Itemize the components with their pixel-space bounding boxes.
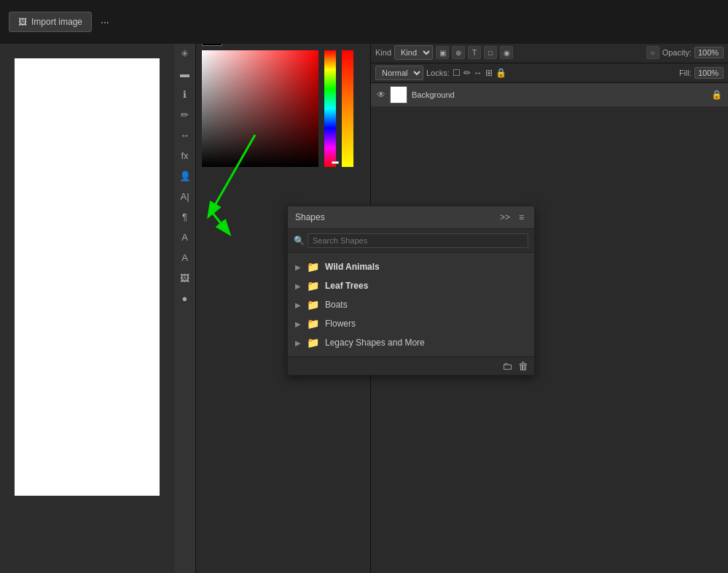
kind-select[interactable]: Kind bbox=[394, 45, 433, 60]
filter-smart-icon[interactable]: ◉ bbox=[500, 46, 513, 59]
folder-icon: 📁 bbox=[307, 318, 319, 330]
shape-group-leaf-trees[interactable]: ▶ 📁 Leaf Trees bbox=[288, 276, 534, 295]
color-gradient[interactable] bbox=[202, 50, 318, 167]
shapes-panel: Shapes >> ≡ 🔍 ▶ 📁 Wild Animals ▶ 📁 Leaf … bbox=[287, 206, 535, 375]
tool-user[interactable]: 👤 bbox=[177, 168, 193, 184]
shape-group-legacy[interactable]: ▶ 📁 Legacy Shapes and More bbox=[288, 333, 534, 352]
tool-info[interactable]: ℹ bbox=[177, 86, 193, 102]
folder-icon: 📁 bbox=[307, 299, 319, 311]
shape-group-name: Leaf Trees bbox=[325, 281, 368, 291]
shapes-search: 🔍 bbox=[288, 229, 534, 253]
shape-group-name: Wild Animals bbox=[325, 262, 380, 272]
tool-histogram[interactable]: ▬ bbox=[177, 66, 193, 82]
tool-text-a[interactable]: A| bbox=[177, 188, 193, 204]
import-button[interactable]: 🖼 Import image bbox=[9, 12, 92, 32]
layer-name: Background bbox=[412, 90, 707, 99]
tool-fx[interactable]: fx bbox=[177, 147, 193, 163]
lock-brush-icon[interactable]: ✏ bbox=[463, 68, 471, 78]
shapes-header-buttons: >> ≡ bbox=[497, 211, 527, 224]
folder-icon: 📁 bbox=[307, 261, 319, 273]
chevron-icon: ▶ bbox=[295, 282, 301, 290]
shapes-header: Shapes >> ≡ bbox=[288, 206, 534, 229]
layers-filter: Kind Kind ▣ ⊕ T □ ◉ ○ Opacity: 100% bbox=[371, 42, 728, 63]
tool-star[interactable]: ✳ bbox=[177, 45, 193, 61]
tool-text-a3[interactable]: A bbox=[177, 249, 193, 265]
canvas-area bbox=[0, 44, 174, 573]
tool-text-a2[interactable]: A bbox=[177, 229, 193, 245]
chevron-icon: ▶ bbox=[295, 339, 301, 347]
more-button[interactable]: ··· bbox=[95, 13, 115, 31]
lock-all-icon[interactable]: 🔒 bbox=[496, 68, 506, 78]
lock-check-icon[interactable]: ☐ bbox=[453, 68, 461, 78]
filter-adjust-icon[interactable]: ⊕ bbox=[452, 46, 465, 59]
shapes-forward-button[interactable]: >> bbox=[497, 211, 513, 224]
filter-pixel-icon[interactable]: ▣ bbox=[436, 46, 449, 59]
shape-group-wild-animals[interactable]: ▶ 📁 Wild Animals bbox=[288, 257, 534, 276]
layer-visibility-icon[interactable]: 👁 bbox=[377, 90, 385, 100]
tool-paragraph[interactable]: ¶ bbox=[177, 208, 193, 225]
blend-mode-select[interactable]: Normal bbox=[375, 66, 423, 80]
shape-group-flowers[interactable]: ▶ 📁 Flowers bbox=[288, 314, 534, 333]
shapes-title: Shapes bbox=[295, 212, 497, 222]
opacity-label: Opacity: bbox=[662, 48, 692, 57]
tool-brush[interactable]: ✏ bbox=[177, 106, 193, 122]
chevron-icon: ▶ bbox=[295, 301, 301, 309]
tool-circle[interactable]: ● bbox=[177, 290, 193, 306]
tool-arrow[interactable]: ↔ bbox=[177, 127, 193, 143]
lock-label: Locks: bbox=[426, 69, 450, 77]
alpha-slider[interactable] bbox=[342, 50, 353, 167]
layer-lock-icon: 🔒 bbox=[711, 90, 722, 100]
filter-type-icon[interactable]: T bbox=[468, 46, 481, 59]
shapes-add-folder-button[interactable]: 🗀 bbox=[502, 360, 512, 372]
tool-strip: ▨ ▦ ✳ ▬ ℹ ✏ ↔ fx 👤 A| ¶ A A 🖼 ● bbox=[174, 0, 196, 573]
shapes-delete-button[interactable]: 🗑 bbox=[518, 360, 528, 372]
opacity-input[interactable]: 100% bbox=[694, 47, 724, 58]
top-bar: 🖼 Import image ··· bbox=[0, 0, 728, 44]
fill-input[interactable] bbox=[694, 67, 724, 79]
fill-label: Fill: bbox=[679, 69, 692, 77]
shapes-footer: 🗀 🗑 bbox=[288, 356, 534, 375]
filter-shape-icon[interactable]: □ bbox=[484, 46, 497, 59]
import-icon: 🖼 bbox=[18, 17, 27, 27]
background-layer[interactable]: 👁 Background 🔒 bbox=[371, 83, 728, 106]
lock-artboard-icon[interactable]: ⊞ bbox=[485, 68, 493, 78]
search-icon: 🔍 bbox=[294, 235, 305, 246]
shape-group-name: Flowers bbox=[325, 319, 356, 329]
white-canvas bbox=[15, 58, 160, 496]
tool-image[interactable]: 🖼 bbox=[177, 270, 193, 286]
shapes-menu-button[interactable]: ≡ bbox=[516, 211, 527, 224]
shape-group-name: Legacy Shapes and More bbox=[325, 338, 425, 348]
import-label: Import image bbox=[31, 17, 82, 27]
folder-icon: 📁 bbox=[307, 337, 319, 348]
layers-row2: Normal Locks: ☐ ✏ ↔ ⊞ 🔒 Fill: bbox=[371, 63, 728, 83]
chevron-icon: ▶ bbox=[295, 263, 301, 271]
shape-group-name: Boats bbox=[325, 300, 348, 310]
shape-group-boats[interactable]: ▶ 📁 Boats bbox=[288, 295, 534, 314]
shapes-search-input[interactable] bbox=[308, 233, 528, 248]
lock-move-icon[interactable]: ↔ bbox=[474, 68, 482, 78]
kind-label: Kind bbox=[375, 48, 391, 57]
opacity-row: Opacity: 100% bbox=[662, 47, 724, 58]
folder-icon: 📁 bbox=[307, 280, 319, 292]
hue-slider[interactable] bbox=[324, 50, 336, 167]
chevron-icon: ▶ bbox=[295, 320, 301, 328]
layer-thumbnail bbox=[390, 86, 407, 104]
filter-toggle[interactable]: ○ bbox=[646, 46, 659, 59]
color-picker-row bbox=[202, 50, 364, 167]
shapes-list: ▶ 📁 Wild Animals ▶ 📁 Leaf Trees ▶ 📁 Boat… bbox=[288, 253, 534, 356]
